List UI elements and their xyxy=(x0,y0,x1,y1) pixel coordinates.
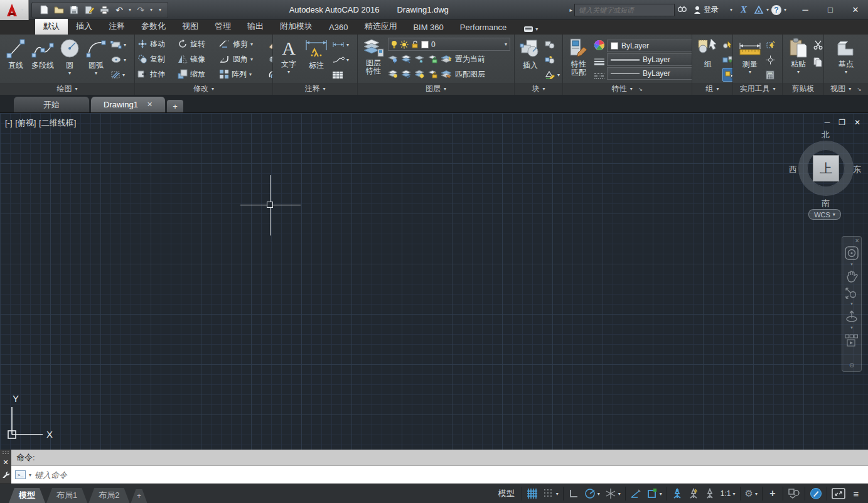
ribbon-tab-manage[interactable]: 管理 xyxy=(206,19,239,35)
showmotion-button[interactable] xyxy=(845,333,859,347)
close-button[interactable]: ✕ xyxy=(843,1,868,19)
layer-off-button[interactable] xyxy=(388,55,398,63)
ribbon-tab-view[interactable]: 视图 xyxy=(174,19,206,35)
block-editor-button[interactable] xyxy=(545,53,560,67)
redo-dropdown-icon[interactable]: ▾ xyxy=(150,7,153,13)
ortho-mode-toggle[interactable] xyxy=(565,486,582,501)
navbar-close-icon[interactable]: ✕ xyxy=(855,239,859,243)
panel-label-annotation[interactable]: 注释▾ xyxy=(273,83,357,95)
open-file-button[interactable] xyxy=(53,4,65,16)
ribbon-tab-featured-apps[interactable]: 精选应用 xyxy=(356,19,405,35)
isodraft-dropdown-icon[interactable]: ▾ xyxy=(618,491,621,497)
paste-button[interactable]: 粘贴 ▾ xyxy=(785,36,812,83)
annotation-scale-dropdown[interactable]: 1:1 ▾ xyxy=(718,486,738,501)
search-input[interactable] xyxy=(574,4,675,16)
group-button[interactable]: 组 xyxy=(695,36,721,83)
trim-button[interactable]: 修剪 ▾ xyxy=(219,39,268,50)
save-as-button[interactable] xyxy=(83,4,95,16)
stretch-button[interactable]: 拉伸 xyxy=(137,69,178,80)
help-dropdown-icon[interactable]: ▾ xyxy=(784,7,786,13)
panel-label-groups[interactable]: 组▾ xyxy=(692,83,732,95)
layout-tab-model[interactable]: 模型 xyxy=(9,488,45,503)
ribbon-tab-insert[interactable]: 插入 xyxy=(68,19,100,35)
file-tab-close-icon[interactable]: ✕ xyxy=(147,100,153,109)
layer-lock-button[interactable] xyxy=(427,55,437,63)
table-button[interactable] xyxy=(332,68,349,82)
set-current-button[interactable]: 置为当前 xyxy=(455,54,485,65)
command-customize-wrench-icon[interactable] xyxy=(2,470,9,478)
lineweight-icon[interactable] xyxy=(594,58,605,65)
rotate-button[interactable]: 旋转 xyxy=(178,39,219,50)
group-edit-button[interactable] xyxy=(722,53,732,67)
layout-tab-layout1[interactable]: 布局1 xyxy=(46,488,87,503)
object-color-dropdown[interactable]: ByLayer ▾ xyxy=(607,40,692,52)
wcs-dropdown[interactable]: WCS▾ xyxy=(808,209,841,220)
viewport-control-menu[interactable]: [-] xyxy=(5,118,13,127)
signin-button[interactable]: 登录 ▾ xyxy=(690,4,736,15)
new-layout-button[interactable]: + xyxy=(131,489,147,503)
properties-dialog-launcher[interactable]: ↘ xyxy=(638,86,643,92)
qat-customize-dropdown[interactable]: ▾ xyxy=(159,7,161,13)
layer-select-dropdown[interactable]: 0 ▾ xyxy=(388,38,510,51)
viewcube-south[interactable]: 南 xyxy=(822,198,830,209)
polar-tracking-toggle[interactable]: ▾ xyxy=(582,486,603,501)
fillet-button[interactable]: 圆角 ▾ xyxy=(219,54,268,65)
drawing-canvas[interactable]: [-] [俯视] [二维线框] ─ ❐ ✕ 上 北 南 西 东 WCS▾ ✕ ▾… xyxy=(0,113,868,450)
object-snap-toggle[interactable]: ▾ xyxy=(644,486,665,501)
layer-unlock-all-button[interactable] xyxy=(427,70,437,78)
measure-button[interactable]: 测量 ▾ xyxy=(736,36,764,83)
plot-button[interactable] xyxy=(99,4,110,16)
layout-tab-layout2[interactable]: 布局2 xyxy=(88,488,129,503)
help-icon[interactable]: ? xyxy=(769,3,784,17)
linetype-dropdown[interactable]: ByLayer ▾ xyxy=(607,67,692,80)
circle-button[interactable]: 圆 ▾ xyxy=(56,36,83,83)
command-window-grip[interactable]: ✕ xyxy=(0,450,11,484)
text-dropdown-icon[interactable]: ▾ xyxy=(287,69,290,75)
object-snap-tracking-toggle[interactable] xyxy=(628,486,644,501)
model-space-toggle[interactable]: 模型 xyxy=(493,488,520,499)
panel-label-layers[interactable]: 图层▾ xyxy=(358,83,514,95)
hardware-acceleration-button[interactable] xyxy=(807,486,825,501)
base-dropdown-icon[interactable]: ▾ xyxy=(845,69,847,75)
ribbon-tab-parametric[interactable]: 参数化 xyxy=(133,19,174,35)
linetype-icon[interactable] xyxy=(594,72,605,80)
measure-dropdown-icon[interactable]: ▾ xyxy=(749,69,751,75)
orbit-button[interactable] xyxy=(845,310,859,323)
quick-select-button[interactable] xyxy=(766,38,776,51)
annotation-monitor-button[interactable]: + xyxy=(764,486,781,501)
text-button[interactable]: A 文字 ▾ xyxy=(276,36,302,83)
new-drawing-tab-button[interactable]: + xyxy=(167,100,183,112)
insert-block-button[interactable]: 插入 xyxy=(517,36,544,83)
customization-menu-button[interactable]: ≡ xyxy=(848,486,864,501)
circle-dropdown-icon[interactable]: ▾ xyxy=(68,70,71,76)
leader-button[interactable]: ▾ xyxy=(332,53,349,67)
drawing-close-button[interactable]: ✕ xyxy=(854,118,860,127)
exchange-apps-icon[interactable]: X xyxy=(736,3,751,17)
minimize-button[interactable]: ─ xyxy=(793,1,818,19)
snap-dropdown-icon[interactable]: ▾ xyxy=(556,491,559,497)
maximize-button[interactable]: □ xyxy=(818,1,843,19)
viewport-visual-style-menu[interactable]: [二维线框] xyxy=(39,118,76,127)
edit-attribute-button[interactable]: ▾ xyxy=(545,68,560,82)
layer-isolate-button[interactable] xyxy=(401,55,411,63)
viewport-view-menu[interactable]: [俯视] xyxy=(15,118,36,127)
arc-button[interactable]: 圆弧 ▾ xyxy=(83,36,109,83)
trim-dropdown-icon[interactable]: ▾ xyxy=(250,41,253,47)
id-point-button[interactable] xyxy=(766,53,776,67)
linear-dimension-button[interactable]: ▾ xyxy=(332,38,349,51)
panel-label-draw[interactable]: 绘图▾ xyxy=(0,83,134,95)
zoom-dropdown-icon[interactable]: ▾ xyxy=(850,301,853,306)
mirror-button[interactable]: 镜像 xyxy=(178,54,219,65)
drawing-minimize-button[interactable]: ─ xyxy=(825,118,830,127)
offset-button[interactable] xyxy=(268,69,272,79)
arc-dropdown-icon[interactable]: ▾ xyxy=(95,70,97,76)
command-prompt-icon[interactable]: >_ xyxy=(15,470,26,479)
app-manager-icon[interactable] xyxy=(751,3,766,17)
rectangle-button[interactable]: ▾ xyxy=(110,38,126,51)
ungroup-button[interactable] xyxy=(722,38,732,51)
navbar-customize-icon[interactable]: ⊖ xyxy=(849,362,854,369)
panel-label-view[interactable]: 视图▾↘ xyxy=(824,83,868,95)
panel-label-modify[interactable]: 修改▾ xyxy=(135,83,272,95)
view-dialog-launcher[interactable]: ↘ xyxy=(857,86,862,92)
search-icon[interactable] xyxy=(675,3,690,17)
